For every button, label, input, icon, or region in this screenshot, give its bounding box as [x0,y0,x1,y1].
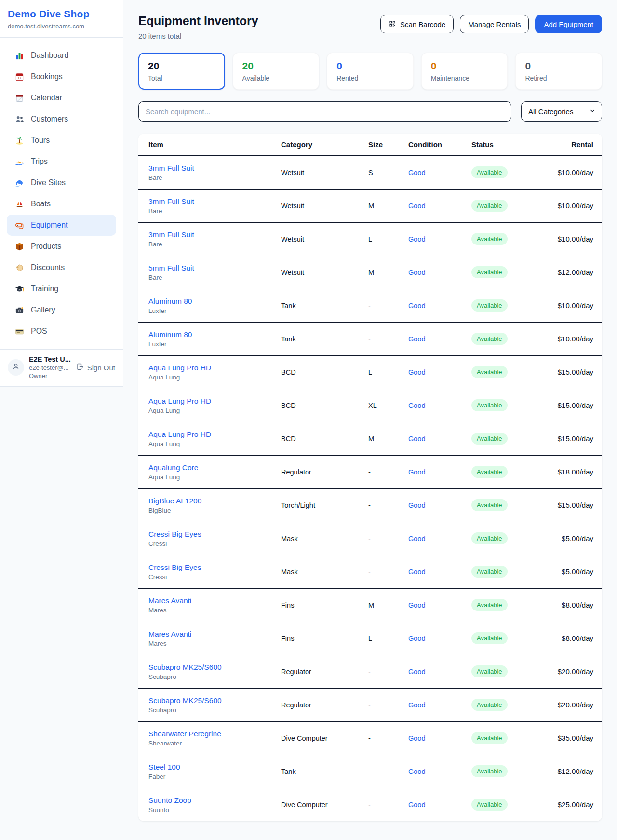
size-cell: - [368,522,408,555]
item-brand: Bare [148,274,281,281]
sidebar-item-boats[interactable]: Boats [7,193,116,215]
table-row: Mares Avanti Mares Fins M Good Available [138,588,602,622]
stat-card-total[interactable]: 20 Total [138,53,225,90]
stat-label: Maintenance [431,74,498,82]
condition-link[interactable]: Good [408,734,425,742]
status-badge: Available [471,799,508,811]
condition-link[interactable]: Good [408,668,425,676]
sidebar-item-training[interactable]: Training [7,278,116,299]
status-badge: Available [471,299,508,312]
item-name-link[interactable]: 3mm Full Suit [148,230,281,239]
status-badge: Available [471,566,508,578]
status-badge: Available [471,599,508,611]
condition-link[interactable]: Good [408,169,425,176]
scan-barcode-button[interactable]: Scan Barcode [380,15,454,33]
condition-link[interactable]: Good [408,568,425,576]
sidebar-item-products[interactable]: Products [7,236,116,257]
item-name-link[interactable]: Aluminum 80 [148,330,281,339]
condition-link[interactable]: Good [408,601,425,609]
condition-link[interactable]: Good [408,768,425,775]
scan-barcode-label: Scan Barcode [400,20,445,28]
sidebar-item-label: Discounts [31,263,65,272]
search-input[interactable] [138,101,511,122]
item-name-link[interactable]: 5mm Full Suit [148,264,281,272]
item-name-link[interactable]: 3mm Full Suit [148,197,281,206]
item-name-link[interactable]: Scubapro MK25/S600 [148,663,281,672]
category-select[interactable]: All Categories [521,101,602,122]
condition-cell: Good [408,555,471,588]
manage-rentals-button[interactable]: Manage Rentals [460,15,529,33]
condition-link[interactable]: Good [408,635,425,642]
condition-link[interactable]: Good [408,202,425,210]
user-role: Owner [29,372,71,379]
item-name-link[interactable]: Aqua Lung Pro HD [148,397,281,406]
sidebar-item-trips[interactable]: Trips [7,151,116,172]
sidebar-item-dashboard[interactable]: Dashboard [7,45,116,66]
condition-link[interactable]: Good [408,801,425,809]
condition-link[interactable]: Good [408,701,425,709]
sidebar-item-calendar[interactable]: Calendar [7,87,116,108]
stat-card-available[interactable]: 20 Available [233,53,320,90]
condition-link[interactable]: Good [408,235,425,243]
sidebar-item-customers[interactable]: Customers [7,108,116,130]
condition-link[interactable]: Good [408,468,425,476]
item-cell: Mares Avanti Mares [138,588,281,622]
sidebar-item-discounts[interactable]: Discounts [7,257,116,278]
condition-link[interactable]: Good [408,402,425,409]
sidebar-item-equipment[interactable]: Equipment [7,215,116,236]
item-name-link[interactable]: Mares Avanti [148,596,281,605]
condition-cell: Good [408,721,471,755]
table-row: 5mm Full Suit Bare Wetsuit M Good Availa… [138,256,602,289]
condition-link[interactable]: Good [408,368,425,376]
item-name-link[interactable]: Scubapro MK25/S600 [148,696,281,705]
item-name-link[interactable]: Aluminum 80 [148,297,281,306]
status-badge: Available [471,200,508,212]
table-row: Cressi Big Eyes Cressi Mask - Good Avail… [138,522,602,555]
condition-link[interactable]: Good [408,335,425,343]
category-cell: BCD [281,422,368,455]
add-equipment-button[interactable]: Add Equipment [535,15,602,33]
category-cell: Tank [281,755,368,788]
size-cell: M [368,189,408,222]
sidebar-item-bookings[interactable]: 17 Bookings [7,66,116,87]
status-cell: Available [471,222,545,256]
status-badge: Available [471,466,508,478]
sidebar-item-dive-sites[interactable]: Dive Sites [7,172,116,193]
condition-link[interactable]: Good [408,435,425,443]
sign-out-button[interactable]: Sign Out [76,363,115,372]
item-name-link[interactable]: Aqualung Core [148,463,281,472]
item-name-link[interactable]: Cressi Big Eyes [148,563,281,572]
col-header-status: Status [471,134,545,156]
item-name-link[interactable]: BigBlue AL1200 [148,497,281,505]
stat-card-maintenance[interactable]: 0 Maintenance [421,53,508,90]
rental-cell: $8.00/day [545,588,602,622]
table-row: Aqualung Core Aqua Lung Regulator - Good… [138,455,602,488]
stat-card-rented[interactable]: 0 Rented [327,53,414,90]
item-name-link[interactable]: Aqua Lung Pro HD [148,364,281,372]
item-cell: 3mm Full Suit Bare [138,189,281,222]
sidebar-item-pos[interactable]: POS [7,321,116,342]
rental-cell: $20.00/day [545,655,602,688]
sidebar-item-gallery[interactable]: Gallery [7,299,116,321]
size-cell: - [368,655,408,688]
item-name-link[interactable]: Mares Avanti [148,630,281,638]
sidebar-item-tours[interactable]: Tours [7,130,116,151]
category-cell: BCD [281,389,368,422]
item-name-link[interactable]: Shearwater Peregrine [148,730,281,738]
nav-icon [14,157,24,166]
size-cell: - [368,455,408,488]
stat-card-retired[interactable]: 0 Retired [515,53,602,90]
table-row: 3mm Full Suit Bare Wetsuit L Good Availa… [138,222,602,256]
condition-link[interactable]: Good [408,535,425,542]
item-name-link[interactable]: Steel 100 [148,763,281,772]
item-name-link[interactable]: Suunto Zoop [148,796,281,805]
brand-link[interactable]: Demo Dive Shop [8,8,115,20]
condition-link[interactable]: Good [408,302,425,310]
item-name-link[interactable]: Aqua Lung Pro HD [148,430,281,439]
item-cell: Aqua Lung Pro HD Aqua Lung [138,389,281,422]
condition-link[interactable]: Good [408,269,425,276]
item-name-link[interactable]: 3mm Full Suit [148,164,281,173]
item-name-link[interactable]: Cressi Big Eyes [148,530,281,539]
category-cell: Wetsuit [281,222,368,256]
condition-link[interactable]: Good [408,501,425,509]
